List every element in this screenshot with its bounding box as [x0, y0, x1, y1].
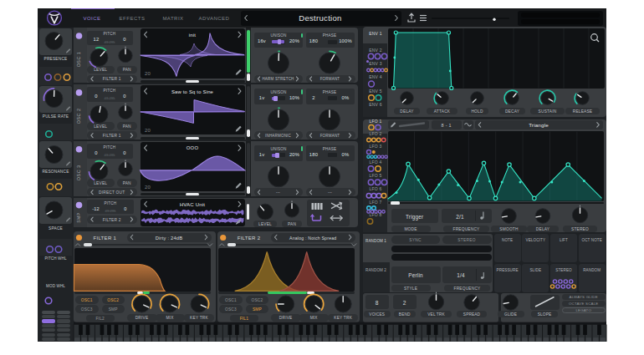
svg-text:RANDOM: RANDOM	[583, 268, 601, 272]
svg-text:FIL1: FIL1	[240, 317, 249, 321]
svg-text:MIX: MIX	[310, 316, 319, 320]
svg-text:Analog : Notch Spread: Analog : Notch Spread	[289, 236, 336, 241]
svg-text:Triangle: Triangle	[529, 122, 549, 128]
svg-text:LEVEL: LEVEL	[258, 222, 272, 226]
svg-text:Dirty : 24dB: Dirty : 24dB	[156, 236, 183, 241]
svg-text:-12: -12	[92, 206, 100, 211]
svg-text:180: 180	[309, 38, 318, 43]
svg-text:FIL2: FIL2	[95, 317, 105, 321]
svg-text:---: ---	[328, 190, 332, 195]
svg-text:PHASE: PHASE	[323, 90, 337, 94]
svg-text:FILTER 2: FILTER 2	[103, 218, 121, 222]
svg-text:49.295: 49.295	[105, 209, 116, 213]
svg-text:180: 180	[309, 152, 318, 157]
svg-text:DRIVE: DRIVE	[279, 316, 293, 320]
svg-text:12: 12	[94, 37, 100, 42]
svg-text:ENV 1: ENV 1	[369, 31, 381, 36]
svg-text:LFO 4: LFO 4	[370, 160, 382, 165]
svg-text:OSC2: OSC2	[107, 298, 119, 302]
svg-text:STEREO: STEREO	[457, 238, 476, 242]
svg-text:FREQUENCY: FREQUENCY	[453, 227, 481, 231]
svg-text:PHASE: PHASE	[323, 33, 337, 38]
svg-text:VELOCITY: VELOCITY	[526, 238, 546, 242]
svg-text:STEREO: STEREO	[571, 227, 589, 231]
svg-text:LFO 1: LFO 1	[370, 119, 382, 124]
svg-text:DELAY: DELAY	[400, 109, 414, 114]
svg-text:FREQUENCY: FREQUENCY	[454, 287, 482, 291]
svg-text:OSC2: OSC2	[251, 298, 263, 302]
svg-text:SMP: SMP	[76, 212, 81, 222]
svg-text:HARM STRETCH: HARM STRETCH	[262, 77, 294, 81]
svg-text:FILTER 1: FILTER 1	[103, 134, 121, 138]
svg-text:RELEASE: RELEASE	[573, 109, 593, 114]
svg-text:LEVEL: LEVEL	[94, 124, 107, 129]
svg-text:Perlin: Perlin	[408, 272, 423, 278]
svg-text:PRESSURE: PRESSURE	[497, 268, 519, 272]
svg-text:LFO 7: LFO 7	[370, 200, 382, 205]
svg-text:VEL TRK: VEL TRK	[427, 312, 445, 317]
svg-text:PAN: PAN	[123, 68, 131, 72]
svg-text:MOD WHL: MOD WHL	[46, 284, 65, 288]
svg-text:LFO 2: LFO 2	[370, 131, 382, 136]
svg-text:OSC3: OSC3	[81, 307, 93, 312]
svg-text:Trigger: Trigger	[406, 214, 424, 221]
svg-text:20: 20	[145, 128, 151, 133]
svg-text:LEGATO: LEGATO	[575, 308, 591, 312]
svg-text:---: ---	[276, 190, 280, 195]
svg-text:SLOPE: SLOPE	[538, 312, 552, 317]
svg-text:1v: 1v	[259, 95, 265, 100]
svg-text:SUSTAIN: SUSTAIN	[539, 109, 557, 114]
svg-text:SYNC: SYNC	[409, 238, 422, 242]
svg-text:1/4: 1/4	[457, 272, 465, 278]
svg-text:PITCH: PITCH	[104, 145, 116, 150]
svg-text:OOO: OOO	[187, 145, 199, 150]
svg-text:0: 0	[123, 94, 125, 99]
svg-text:49.295: 49.295	[105, 96, 115, 100]
svg-text:UNISON: UNISON	[270, 147, 286, 151]
svg-text:LIFT: LIFT	[560, 238, 568, 242]
svg-text:1v: 1v	[259, 152, 265, 157]
svg-text:49.295: 49.295	[105, 153, 115, 157]
svg-text:PITCH: PITCH	[104, 89, 116, 93]
svg-text:UNISON: UNISON	[270, 33, 286, 38]
svg-text:ENV 5: ENV 5	[369, 89, 381, 94]
svg-text:KEY TRK: KEY TRK	[190, 316, 208, 320]
svg-text:100%: 100%	[339, 38, 352, 43]
svg-text:OSC 3: OSC 3	[76, 165, 81, 180]
svg-text:STEREO: STEREO	[555, 268, 572, 272]
svg-text:PITCH WHL: PITCH WHL	[44, 256, 67, 261]
svg-text:PRESENCE: PRESENCE	[44, 57, 68, 61]
svg-text:PITCH: PITCH	[105, 201, 117, 205]
svg-text:20%: 20%	[289, 152, 299, 157]
svg-text:PULSE RATE: PULSE RATE	[43, 114, 69, 119]
svg-text:ENV 3: ENV 3	[369, 61, 381, 66]
svg-text:ENV 2: ENV 2	[369, 48, 381, 53]
svg-text:DRIVE: DRIVE	[135, 316, 149, 320]
svg-text:HOLD: HOLD	[471, 109, 483, 114]
svg-text:PITCH: PITCH	[104, 32, 116, 36]
svg-text:ALWAYS GLIDE: ALWAYS GLIDE	[570, 295, 598, 299]
svg-text:8: 8	[376, 300, 379, 306]
svg-text:KEY TRK: KEY TRK	[334, 316, 352, 320]
svg-text:GLIDE: GLIDE	[504, 312, 517, 317]
svg-text:PAN: PAN	[123, 124, 131, 129]
svg-text:OSC 1: OSC 1	[76, 52, 81, 68]
svg-text:FILTER 1: FILTER 1	[103, 77, 121, 81]
svg-text:DIRECT OUT: DIRECT OUT	[99, 190, 125, 195]
svg-text:16v: 16v	[258, 38, 266, 43]
svg-text:8 - 1: 8 - 1	[442, 123, 452, 128]
svg-text:20%: 20%	[289, 38, 299, 43]
svg-text:FILTER 2: FILTER 2	[238, 236, 261, 241]
svg-text:STYLE: STYLE	[404, 287, 417, 291]
svg-text:RANDOM 1: RANDOM 1	[365, 239, 386, 243]
svg-text:EFFECTS: EFFECTS	[120, 16, 146, 21]
svg-text:Destruction: Destruction	[299, 13, 341, 23]
svg-text:FORMANT: FORMANT	[320, 134, 340, 138]
svg-text:2: 2	[312, 95, 314, 100]
svg-text:DELAY: DELAY	[536, 227, 550, 231]
svg-text:0: 0	[95, 150, 97, 155]
svg-text:0: 0	[95, 94, 97, 99]
svg-text:MODE: MODE	[404, 227, 417, 231]
svg-text:ENV 6: ENV 6	[369, 102, 381, 107]
svg-text:SMP: SMP	[109, 307, 118, 312]
